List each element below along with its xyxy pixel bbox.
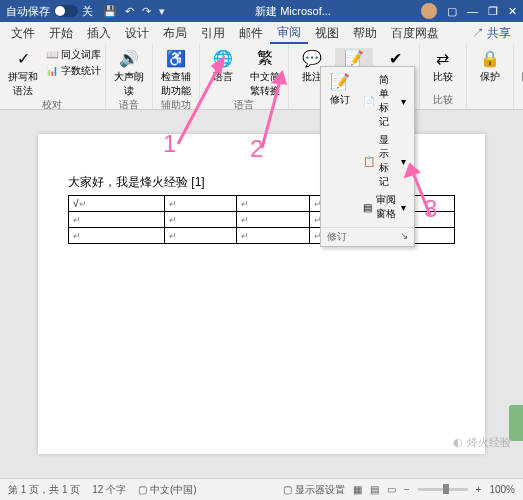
group-compare: 比较 bbox=[433, 93, 453, 107]
language-button[interactable]: 🌐语言 bbox=[204, 48, 242, 84]
zoom-slider[interactable] bbox=[418, 488, 468, 491]
zoom-level[interactable]: 100% bbox=[489, 484, 515, 495]
tab-home[interactable]: 开始 bbox=[42, 22, 80, 44]
view-print-icon[interactable]: ▤ bbox=[370, 484, 379, 495]
ribbon-options-icon[interactable]: ▢ bbox=[447, 5, 457, 18]
zoom-in-icon[interactable]: + bbox=[476, 484, 482, 495]
table-cell[interactable] bbox=[237, 228, 310, 244]
window-title: 新建 Microsof... bbox=[165, 4, 421, 19]
table-cell[interactable] bbox=[237, 212, 310, 228]
redo-icon[interactable]: ↷ bbox=[142, 5, 151, 18]
dd-simple-markup[interactable]: 📄 简单标记 ▾ bbox=[359, 71, 410, 131]
toggle-icon bbox=[54, 5, 78, 17]
readaloud-button[interactable]: 🔊大声朗读 bbox=[110, 48, 148, 98]
document-area: 大家好，我是烽火经验 [1] √ ◐ 烽火经验 bbox=[0, 110, 523, 478]
tab-help[interactable]: 帮助 bbox=[346, 22, 384, 44]
translate-button[interactable]: 繁中文简繁转换 bbox=[246, 48, 284, 98]
language-indicator[interactable]: ▢ 中文(中国) bbox=[138, 483, 196, 497]
dd-show-markup[interactable]: 📋 显示标记 ▾ bbox=[359, 131, 410, 191]
table-cell[interactable] bbox=[69, 228, 165, 244]
comment-icon: 💬 bbox=[302, 48, 322, 68]
title-bar: 自动保存 关 💾 ↶ ↷ ▾ 新建 Microsof... ▢ — ❐ ✕ bbox=[0, 0, 523, 22]
accept-icon: ✔ bbox=[386, 48, 406, 68]
zoom-out-icon[interactable]: − bbox=[404, 484, 410, 495]
page[interactable]: 大家好，我是烽火经验 [1] √ bbox=[38, 134, 485, 454]
qat-dropdown-icon[interactable]: ▾ bbox=[159, 5, 165, 18]
accessibility-button[interactable]: ♿检查辅助功能 bbox=[157, 48, 195, 98]
close-icon[interactable]: ✕ bbox=[508, 5, 517, 18]
restore-icon[interactable]: ❐ bbox=[488, 5, 498, 18]
tab-design[interactable]: 设计 bbox=[118, 22, 156, 44]
dd-track-button[interactable]: 📝修订 bbox=[325, 71, 355, 223]
status-bar: 第 1 页，共 1 页 12 个字 ▢ 中文(中国) ▢ 显示器设置 ▦ ▤ ▭… bbox=[0, 478, 523, 500]
share-button[interactable]: ↗ 共享 bbox=[464, 25, 519, 42]
minimize-icon[interactable]: — bbox=[467, 5, 478, 17]
autosave-toggle[interactable]: 自动保存 关 bbox=[6, 4, 93, 19]
page-indicator[interactable]: 第 1 页，共 1 页 bbox=[8, 483, 80, 497]
view-web-icon[interactable]: ▭ bbox=[387, 484, 396, 495]
tab-layout[interactable]: 布局 bbox=[156, 22, 194, 44]
word-count[interactable]: 12 个字 bbox=[92, 483, 126, 497]
spelling-icon: ✓ bbox=[13, 48, 33, 68]
tab-mailings[interactable]: 邮件 bbox=[232, 22, 270, 44]
ribbon: ✓拼写和语法 📖 同义词库 📊 字数统计 校对 🔊大声朗读 语音 ♿检查辅助功能… bbox=[0, 44, 523, 110]
spelling-button[interactable]: ✓拼写和语法 bbox=[4, 48, 42, 98]
tab-baidu[interactable]: 百度网盘 bbox=[384, 22, 446, 44]
protect-button[interactable]: 🔒保护 bbox=[471, 48, 509, 84]
wordcount-button[interactable]: 📊 字数统计 bbox=[46, 64, 101, 78]
table-cell[interactable]: √ bbox=[69, 196, 165, 212]
dd-group-label[interactable]: 修订↘ bbox=[321, 227, 414, 246]
ribbon-tabs: 文件 开始 插入 设计 布局 引用 邮件 审阅 视图 帮助 百度网盘 ↗ 共享 bbox=[0, 22, 523, 44]
table-cell[interactable] bbox=[164, 228, 237, 244]
watermark: ◐ 烽火经验 bbox=[453, 435, 511, 450]
table-cell[interactable] bbox=[164, 196, 237, 212]
tab-view[interactable]: 视图 bbox=[308, 22, 346, 44]
translate-icon: 繁 bbox=[255, 48, 275, 68]
view-read-icon[interactable]: ▦ bbox=[353, 484, 362, 495]
table-cell[interactable] bbox=[69, 212, 165, 228]
tab-references[interactable]: 引用 bbox=[194, 22, 232, 44]
compare-icon: ⇄ bbox=[433, 48, 453, 68]
speaker-icon: 🔊 bbox=[119, 48, 139, 68]
save-icon[interactable]: 💾 bbox=[103, 5, 117, 18]
accessibility-icon: ♿ bbox=[166, 48, 186, 68]
undo-icon[interactable]: ↶ bbox=[125, 5, 134, 18]
hide-ink-button[interactable]: ✎隐藏墨迹 bbox=[518, 48, 523, 98]
track-icon: 📝 bbox=[330, 71, 350, 91]
table-cell[interactable] bbox=[164, 212, 237, 228]
side-tag[interactable] bbox=[509, 405, 523, 441]
thesaurus-button[interactable]: 📖 同义词库 bbox=[46, 48, 101, 62]
tracking-dropdown: 📝修订 📄 简单标记 ▾ 📋 显示标记 ▾ ▤ 审阅窗格 ▾ 修订↘ bbox=[320, 66, 415, 247]
tab-review[interactable]: 审阅 bbox=[270, 22, 308, 44]
compare-button[interactable]: ⇄比较 bbox=[424, 48, 462, 84]
tab-insert[interactable]: 插入 bbox=[80, 22, 118, 44]
lock-icon: 🔒 bbox=[480, 48, 500, 68]
table-cell[interactable] bbox=[237, 196, 310, 212]
display-settings[interactable]: ▢ 显示器设置 bbox=[283, 483, 345, 497]
globe-icon: 🌐 bbox=[213, 48, 233, 68]
launcher-icon[interactable]: ↘ bbox=[400, 230, 408, 244]
track-icon: 📝 bbox=[344, 48, 364, 68]
dd-reviewing-pane[interactable]: ▤ 审阅窗格 ▾ bbox=[359, 191, 410, 223]
user-avatar[interactable] bbox=[421, 3, 437, 19]
tab-file[interactable]: 文件 bbox=[4, 22, 42, 44]
